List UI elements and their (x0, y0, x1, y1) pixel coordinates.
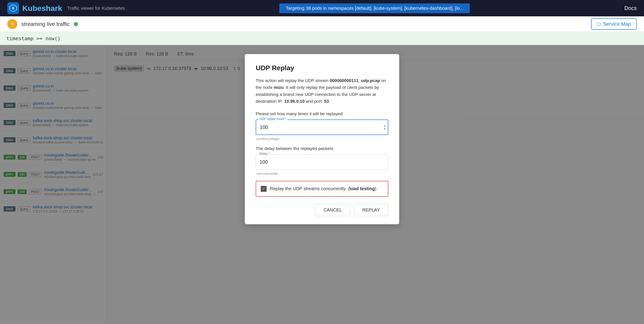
spinner-wrapper: ▲ ▼ (383, 124, 386, 130)
service-map-label: Service Map (603, 21, 631, 27)
concurrent-label-text: Replay the UDP streams concurrently. ( (270, 186, 350, 191)
status-left: ⏸ streaming live traffic (7, 19, 78, 29)
service-map-icon: ⬡ (597, 21, 601, 27)
udp-replay-modal: UDP Replay This action will replay the U… (245, 54, 399, 224)
modal-desc-end: . (329, 99, 330, 104)
app-name: Kubeshark (22, 4, 62, 13)
modal-desc-part4: and port: (305, 99, 324, 104)
replay-confirm-button[interactable]: REPLAY (354, 204, 388, 216)
concurrent-label: Replay the UDP streams concurrently. (lo… (270, 186, 376, 191)
targeting-banner: Targeting 38 pods in namespaces [default… (279, 4, 470, 13)
live-indicator-dot (74, 22, 78, 26)
svg-point-3 (12, 7, 15, 10)
pause-icon: ⏸ (10, 22, 14, 26)
spinner-down[interactable]: ▼ (383, 127, 386, 130)
filter-expression: timestamp >= now() (6, 36, 60, 41)
concurrent-checkbox[interactable] (261, 186, 266, 192)
filter-bar: timestamp >= now() (0, 32, 644, 45)
modal-desc-port: 53 (324, 99, 329, 104)
replay-count-input-group: UDP replay count * ▲ ▼ (256, 120, 388, 135)
modal-title: UDP Replay (256, 64, 388, 72)
modal-desc-ip: 10.96.0.10 (284, 99, 305, 104)
statusbar: ⏸ streaming live traffic ⬡ Service Map (0, 16, 644, 32)
concurrent-checkbox-section: Replay the UDP streams concurrently. (lo… (256, 181, 388, 197)
streaming-status-text: streaming live traffic (21, 21, 70, 27)
modal-desc-filename: 000000000111_udp.pcap (330, 78, 380, 83)
topbar-center: Targeting 38 pods in namespaces [default… (125, 4, 624, 13)
delay-hint: microseconds (256, 172, 388, 175)
topbar: Kubeshark Traffic viewer for Kubernetes … (0, 0, 644, 16)
replay-count-hint: positive integer (256, 137, 388, 141)
modal-description: This action will replay the UDP stream 0… (256, 77, 388, 105)
concurrent-bold-text: load testing (350, 186, 375, 191)
cancel-button[interactable]: CANCEL (315, 204, 350, 216)
docs-link[interactable]: Docs (624, 5, 637, 11)
replay-count-field-label: UDP replay count * (258, 117, 287, 121)
kubeshark-logo-icon (7, 2, 19, 14)
logo-area: Kubeshark Traffic viewer for Kubernetes (7, 2, 125, 14)
replay-count-input[interactable] (256, 120, 388, 135)
delay-field-label: Delay * (258, 152, 270, 155)
spinner-up[interactable]: ▲ (383, 124, 386, 127)
concurrent-end-text: ) (375, 186, 376, 191)
modal-overlay: UDP Replay This action will replay the U… (0, 45, 644, 324)
delay-input-group: Delay * (256, 154, 388, 170)
delay-section-label: The delay between the replayed packets: (256, 146, 388, 151)
main-area: DNS Query gorest.co.in.cluster.local [Un… (0, 45, 644, 324)
modal-desc-part1: This action will replay the UDP stream (256, 78, 330, 83)
modal-desc-node: mizu (274, 85, 284, 90)
delay-input[interactable] (256, 154, 388, 170)
replay-count-section-label: Please set how many times it will be rep… (256, 111, 388, 116)
service-map-button[interactable]: ⬡ Service Map (591, 19, 637, 30)
modal-actions: CANCEL REPLAY (256, 204, 388, 216)
app-subtitle: Traffic viewer for Kubernetes (67, 6, 125, 11)
pause-button[interactable]: ⏸ (7, 19, 17, 29)
